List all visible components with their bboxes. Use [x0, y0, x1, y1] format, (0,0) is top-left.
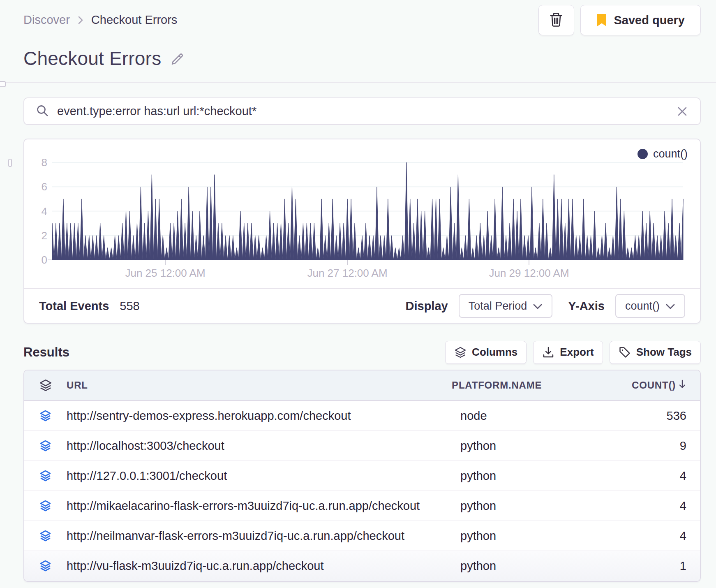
top-actions: Saved query	[538, 5, 701, 35]
layers-icon	[39, 379, 52, 392]
results-table: URL PLATFORM.NAME COUNT() h	[23, 370, 701, 582]
table-row[interactable]: http://127.0.0.1:3001/checkout python 4	[24, 461, 700, 491]
cell-platform: python	[460, 499, 640, 513]
header-divider	[5, 82, 716, 83]
total-events-value: 558	[120, 299, 139, 313]
events-area-chart[interactable]: 02468Jun 25 12:00 AMJun 27 12:00 AMJun 2…	[24, 139, 700, 288]
drilldown-stack-icon[interactable]	[39, 530, 52, 542]
table-row[interactable]: http://localhost:3003/checkout python 9	[24, 431, 700, 461]
drilldown-stack-icon[interactable]	[39, 410, 52, 422]
cell-url: http://127.0.0.1:3001/checkout	[67, 469, 460, 483]
svg-text:Jun 29 12:00 AM: Jun 29 12:00 AM	[489, 267, 569, 279]
column-header-count[interactable]: COUNT()	[632, 379, 700, 391]
svg-text:6: 6	[42, 181, 47, 193]
svg-text:8: 8	[42, 156, 47, 169]
table-header-row: URL PLATFORM.NAME COUNT()	[24, 370, 700, 401]
cell-platform: python	[460, 559, 640, 573]
cell-count: 4	[640, 529, 700, 543]
chevron-right-icon	[76, 15, 85, 25]
breadcrumb-current: Checkout Errors	[91, 13, 178, 27]
drilldown-stack-icon[interactable]	[39, 500, 52, 512]
display-select-value: Total Period	[469, 300, 527, 313]
column-header-platform[interactable]: PLATFORM.NAME	[452, 380, 632, 391]
table-row[interactable]: http://mikaelacarino-flask-errors-m3uuiz…	[24, 491, 700, 521]
yaxis-select[interactable]: count()	[615, 294, 685, 318]
yaxis-select-value: count()	[625, 300, 660, 313]
search-bar	[23, 97, 701, 125]
layers-icon	[454, 346, 467, 359]
svg-text:4: 4	[42, 205, 47, 218]
display-label: Display	[406, 299, 448, 313]
svg-text:0: 0	[42, 254, 47, 266]
table-body: http://sentry-demos-express.herokuapp.co…	[24, 401, 700, 581]
yaxis-label: Y-Axis	[568, 299, 605, 313]
page-title-row: Checkout Errors	[23, 47, 186, 69]
download-icon	[542, 346, 554, 359]
cell-url: http://mikaelacarino-flask-errors-m3uuiz…	[67, 499, 460, 513]
total-events-label: Total Events	[39, 299, 109, 313]
columns-button[interactable]: Columns	[445, 341, 527, 364]
svg-text:Jun 25 12:00 AM: Jun 25 12:00 AM	[125, 267, 205, 279]
sort-desc-arrow-icon	[678, 379, 686, 391]
search-input[interactable]	[53, 104, 674, 118]
cell-count: 1	[640, 559, 700, 573]
tag-icon	[619, 346, 631, 359]
column-header-url[interactable]: URL	[67, 380, 452, 391]
trash-icon	[549, 12, 564, 29]
cell-platform: python	[460, 439, 640, 453]
cell-platform: python	[460, 529, 640, 543]
saved-query-label: Saved query	[614, 14, 685, 27]
page-title: Checkout Errors	[23, 47, 161, 69]
display-select[interactable]: Total Period	[459, 294, 553, 318]
results-heading: Results	[23, 345, 69, 360]
cell-count: 9	[640, 439, 700, 453]
delete-query-button[interactable]	[538, 5, 574, 35]
chart-footer: Total Events 558 Display Total Period Y-…	[24, 288, 700, 323]
breadcrumb: Discover Checkout Errors	[23, 13, 177, 27]
cell-url: http://neilmanvar-flask-errors-m3uuizd7i…	[67, 529, 460, 543]
panel-handle	[0, 81, 6, 87]
breadcrumb-discover-link[interactable]: Discover	[23, 13, 70, 27]
discover-saved-query-page: Discover Checkout Errors Saved query	[0, 0, 716, 588]
chevron-down-icon	[533, 300, 543, 313]
cell-count: 536	[640, 409, 700, 423]
svg-text:Jun 27 12:00 AM: Jun 27 12:00 AM	[307, 267, 387, 279]
drilldown-stack-icon[interactable]	[39, 560, 52, 572]
chevron-down-icon	[665, 300, 675, 313]
edit-title-pencil-icon[interactable]	[169, 51, 186, 69]
cell-platform: node	[460, 409, 640, 423]
search-icon	[36, 104, 49, 119]
export-button-label: Export	[560, 346, 594, 359]
cell-url: http://localhost:3003/checkout	[67, 439, 460, 453]
clear-search-icon[interactable]	[674, 104, 690, 119]
table-row[interactable]: http://sentry-demos-express.herokuapp.co…	[24, 401, 700, 431]
cell-count: 4	[640, 499, 700, 513]
cell-count: 4	[640, 469, 700, 483]
results-actions: Columns Export Show Tags	[445, 341, 701, 364]
cell-url: http://sentry-demos-express.herokuapp.co…	[67, 409, 460, 423]
table-row[interactable]: http://vu-flask-m3uuizd7iq-uc.a.run.app/…	[24, 551, 700, 581]
export-button[interactable]: Export	[533, 341, 603, 364]
cell-url: http://vu-flask-m3uuizd7iq-uc.a.run.app/…	[67, 559, 460, 573]
results-bar: Results Columns	[23, 340, 701, 364]
drilldown-stack-icon[interactable]	[39, 470, 52, 482]
columns-button-label: Columns	[472, 346, 517, 359]
cell-platform: python	[460, 469, 640, 483]
drilldown-stack-icon[interactable]	[39, 440, 52, 452]
show-tags-button-label: Show Tags	[636, 346, 692, 359]
table-row[interactable]: http://neilmanvar-flask-errors-m3uuizd7i…	[24, 521, 700, 551]
panel-grip	[8, 159, 12, 167]
saved-query-button[interactable]: Saved query	[580, 5, 701, 35]
show-tags-button[interactable]: Show Tags	[610, 341, 701, 364]
chart-panel: count() 02468Jun 25 12:00 AMJun 27 12:00…	[23, 139, 701, 324]
svg-text:2: 2	[42, 229, 47, 242]
bookmark-icon	[596, 13, 607, 27]
